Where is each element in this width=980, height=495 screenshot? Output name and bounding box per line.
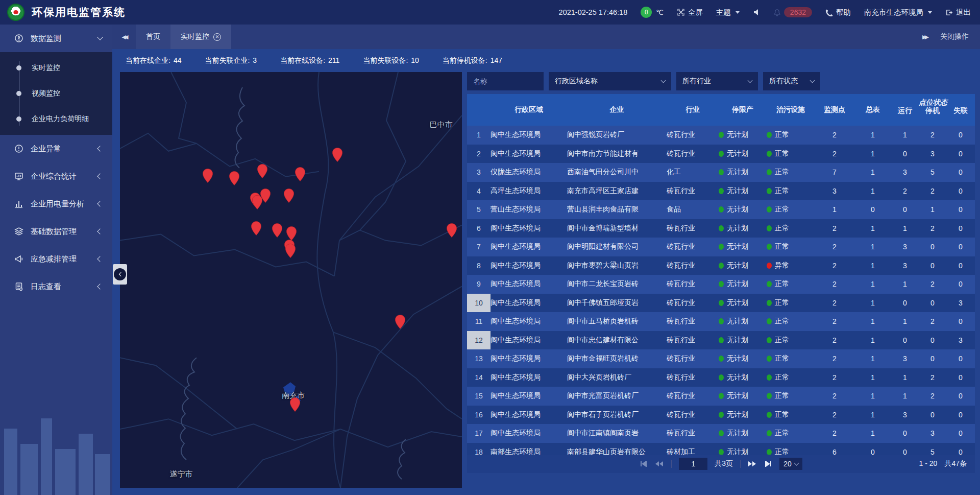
- map-location-pin-icon[interactable]: [285, 243, 296, 258]
- cell-meter-count: 1: [854, 280, 891, 288]
- cell-lost-count: 0: [946, 392, 975, 400]
- cell-halt-count: 0: [919, 355, 946, 363]
- table-row[interactable]: 13 阆中生态环境局 阆中市金福旺页岩机砖 砖瓦行业 无计划 正常: [467, 349, 975, 368]
- map-view[interactable]: 巴中市 南充市 遂宁市: [120, 72, 462, 488]
- sidebar-item-company-statistics[interactable]: 企业综合统计: [0, 162, 112, 190]
- next-page-button[interactable]: [748, 461, 757, 467]
- map-location-pin-icon[interactable]: [395, 314, 406, 329]
- cell-halt-count: 0: [919, 336, 946, 344]
- table-row[interactable]: 16 阆中生态环境局 阆中市石子页岩机砖厂 砖瓦行业 无计划 正常: [467, 406, 975, 425]
- sidebar-item-data-monitoring[interactable]: 数据监测: [0, 25, 112, 52]
- table-body: 1 阆中生态环境局 阆中强锐页岩砖厂 砖瓦行业 无计划 正常: [467, 126, 975, 455]
- map-location-pin-icon[interactable]: [202, 169, 213, 184]
- table-row[interactable]: 5 营山生态环境局 营山县润丰肉食品有限 食品 无计划 正常: [467, 200, 975, 219]
- cell-index: 1: [467, 126, 491, 145]
- map-location-pin-icon[interactable]: [252, 195, 263, 210]
- cell-company: 阆中市枣碧大梁山页岩: [567, 261, 667, 270]
- status-filter-select[interactable]: 所有状态: [763, 72, 820, 90]
- logout-button[interactable]: 退出: [945, 8, 971, 17]
- org-dropdown[interactable]: 南充市生态环境局: [864, 8, 932, 17]
- tab-realtime-monitoring[interactable]: 实时监控 ✕: [170, 25, 231, 49]
- cell-meter-count: 1: [854, 373, 891, 382]
- table-row[interactable]: 3 仪陇生态环境局 西南油气田分公司川中 化工 无计划 正常: [467, 163, 975, 182]
- theme-dropdown[interactable]: 主题: [716, 8, 740, 17]
- table-row[interactable]: 11 阆中生态环境局 阆中市五马桥页岩机砖 砖瓦行业 无计划 正常: [467, 312, 975, 331]
- table-row[interactable]: 10 阆中生态环境局 阆中千佛镇五郎垭页岩 砖瓦行业 无计划 正常: [467, 294, 975, 313]
- sidebar-item-realtime-monitoring[interactable]: 实时监控: [0, 55, 112, 81]
- first-page-button[interactable]: [640, 461, 648, 467]
- map-location-pin-icon[interactable]: [229, 171, 240, 186]
- last-page-button[interactable]: [764, 461, 772, 467]
- tab-home[interactable]: 首页: [136, 25, 170, 49]
- sidebar-item-company-abnormal[interactable]: 企业异常: [0, 135, 112, 162]
- layers-icon: [14, 227, 23, 236]
- map-location-pin-icon[interactable]: [289, 397, 301, 412]
- table-row[interactable]: 8 阆中生态环境局 阆中市枣碧大梁山页岩 砖瓦行业 无计划 异常: [467, 256, 975, 275]
- cell-halt-count: 0: [919, 411, 946, 419]
- cell-index: 18: [467, 443, 491, 455]
- status-dot-icon: [767, 225, 772, 231]
- cell-industry: 砖瓦行业: [667, 149, 719, 158]
- map-location-pin-icon[interactable]: [283, 188, 295, 203]
- table-row[interactable]: 7 阆中生态环境局 阆中明阳建材有限公司 砖瓦行业 无计划 正常: [467, 238, 975, 256]
- cell-monitor-count: 2: [815, 355, 854, 363]
- page-number-input[interactable]: [679, 458, 707, 470]
- table-row[interactable]: 17 阆中生态环境局 阆中市江南镇阆南页岩 砖瓦行业 无计划 正常: [467, 424, 975, 443]
- status-dot-icon: [719, 449, 724, 455]
- total-pages-label: 共3页: [715, 459, 733, 468]
- cell-industry: 砖瓦行业: [667, 410, 719, 419]
- page-size-select[interactable]: 20: [779, 458, 802, 470]
- table-row[interactable]: 14 阆中生态环境局 阆中大兴页岩机砖厂 砖瓦行业 无计划 正常: [467, 368, 975, 387]
- table-row[interactable]: 12 阆中生态环境局 阆中市忠信建材有限公 砖瓦行业 无计划 正常: [467, 331, 975, 350]
- map-location-pin-icon[interactable]: [251, 221, 262, 236]
- status-dot-icon: [767, 393, 772, 399]
- sidebar-item-base-data[interactable]: 基础数据管理: [0, 218, 112, 245]
- industry-filter-select[interactable]: 所有行业: [676, 72, 758, 90]
- status-dot-icon: [719, 281, 724, 287]
- cell-meter-count: 1: [854, 336, 891, 344]
- status-dot-icon: [719, 412, 724, 418]
- map-location-pin-icon[interactable]: [272, 223, 283, 238]
- table-row[interactable]: 6 阆中生态环境局 阆中市金博瑞新型墙材 砖瓦行业 无计划 正常: [467, 219, 975, 238]
- sidebar-item-emergency-reduction[interactable]: 应急减排管理: [0, 245, 112, 273]
- tabs-scroll-left-button[interactable]: ◀◀: [112, 25, 136, 49]
- sidebar-item-power-analysis[interactable]: 企业用电量分析: [0, 190, 112, 218]
- cell-meter-count: 1: [854, 243, 891, 251]
- prev-page-button[interactable]: [655, 461, 664, 467]
- table-row[interactable]: 15 阆中生态环境局 阆中市光富页岩机砖厂 砖瓦行业 无计划 正常: [467, 387, 975, 406]
- fullscreen-button[interactable]: 全屏: [677, 8, 703, 17]
- mute-button[interactable]: [753, 9, 760, 16]
- cell-company: 南充市高坪区王家店建: [567, 186, 667, 196]
- status-dot-icon: [719, 374, 724, 381]
- cell-meter-count: 1: [854, 262, 891, 270]
- status-dot-icon: [719, 430, 724, 436]
- map-location-pin-icon[interactable]: [332, 147, 343, 162]
- region-filter-select[interactable]: 行政区域名称: [549, 72, 671, 90]
- table-row[interactable]: 4 高坪生态环境局 南充市高坪区王家店建 砖瓦行业 无计划 正常: [467, 182, 975, 201]
- sidebar-item-log-view[interactable]: 日志查看: [0, 273, 112, 300]
- cell-halt-count: 2: [919, 187, 946, 195]
- cell-industry: 砖瓦行业: [667, 429, 719, 438]
- map-location-pin-icon[interactable]: [295, 167, 306, 182]
- table-row[interactable]: 18 南部生态环境局 南部县建华山页岩有限公 砖材加工 无计划 正常: [467, 443, 975, 455]
- sidebar-item-video-monitoring[interactable]: 视频监控: [0, 81, 112, 106]
- name-filter-input[interactable]: [467, 72, 544, 90]
- cell-industry: 砖瓦行业: [667, 279, 719, 289]
- notification-widget[interactable]: 2632: [773, 7, 812, 17]
- sidebar-item-power-load-detail[interactable]: 企业电力负荷明细: [0, 106, 112, 132]
- table-row[interactable]: 2 阆中生态环境局 阆中市南方节能建材有 砖瓦行业 无计划 正常: [467, 145, 975, 163]
- map-collapse-button[interactable]: [113, 264, 127, 285]
- map-location-pin-icon[interactable]: [446, 223, 457, 238]
- cell-company: 南部县建华山页岩有限公: [567, 447, 667, 455]
- cell-run-count: 1: [891, 131, 919, 139]
- cell-meter-count: 1: [854, 131, 891, 139]
- tabs-scroll-right-button[interactable]: ▶▶: [922, 34, 927, 40]
- table-row[interactable]: 1 阆中生态环境局 阆中强锐页岩砖厂 砖瓦行业 无计划 正常: [467, 126, 975, 145]
- cell-run-count: 3: [891, 411, 919, 419]
- close-tab-icon[interactable]: ✕: [213, 33, 221, 41]
- close-operations-button[interactable]: 关闭操作: [940, 32, 969, 41]
- cell-index: 3: [467, 163, 491, 182]
- table-row[interactable]: 9 阆中生态环境局 阆中市二龙长宝页岩砖 砖瓦行业 无计划 正常: [467, 275, 975, 294]
- help-button[interactable]: 帮助: [825, 8, 851, 17]
- map-location-pin-icon[interactable]: [257, 163, 268, 179]
